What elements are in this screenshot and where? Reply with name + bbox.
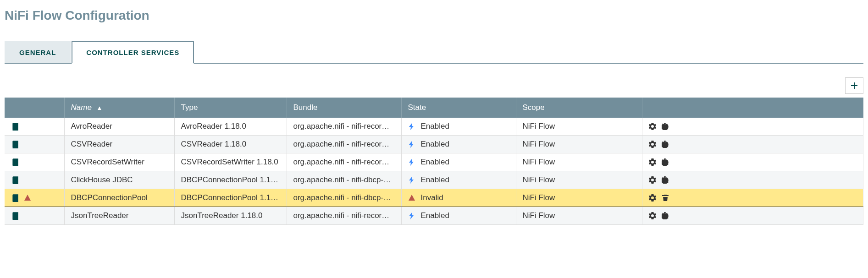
cell-actions: [642, 189, 863, 207]
disable-icon[interactable]: [662, 141, 669, 148]
book-icon[interactable]: [11, 176, 19, 184]
cell-name: CSVRecordSetWriter: [64, 153, 174, 171]
gear-icon[interactable]: [649, 123, 656, 130]
tab-general[interactable]: GENERAL: [5, 41, 71, 63]
toolbar: [5, 77, 863, 94]
cell-actions: [642, 136, 863, 153]
gear-icon[interactable]: [649, 194, 656, 202]
gear-icon[interactable]: [649, 158, 656, 166]
state-text: Enabled: [421, 122, 449, 131]
state-text: Enabled: [421, 211, 449, 220]
bolt-icon: [408, 141, 415, 148]
cell-scope: NiFi Flow: [516, 189, 642, 207]
cell-leading: [5, 136, 64, 153]
cell-scope: NiFi Flow: [516, 153, 642, 171]
cell-name: JsonTreeReader: [64, 207, 174, 225]
state-text: Enabled: [421, 175, 449, 185]
table-row[interactable]: CSVRecordSetWriterCSVRecordSetWriter 1.1…: [5, 153, 863, 171]
cell-state: Enabled: [401, 153, 516, 171]
state-text: Invalid: [421, 193, 443, 202]
page-title: NiFi Flow Configuration: [5, 8, 863, 23]
table-row[interactable]: JsonTreeReaderJsonTreeReader 1.18.0org.a…: [5, 207, 863, 225]
cell-scope: NiFi Flow: [516, 118, 642, 136]
cell-state: Enabled: [401, 207, 516, 225]
disable-icon[interactable]: [662, 123, 669, 130]
cell-name: ClickHouse JDBC: [64, 171, 174, 189]
col-header-name[interactable]: Name ▲: [64, 98, 174, 118]
cell-leading: [5, 189, 64, 207]
cell-name: AvroReader: [64, 118, 174, 136]
warning-icon: [408, 194, 415, 202]
table-header-row: Name ▲ Type Bundle State Scope: [5, 98, 863, 118]
tabs: GENERAL CONTROLLER SERVICES: [5, 41, 863, 64]
cell-leading: [5, 153, 64, 171]
cell-type: CSVReader 1.18.0: [174, 136, 287, 153]
gear-icon[interactable]: [649, 176, 656, 184]
col-header-state[interactable]: State: [401, 98, 516, 118]
gear-icon[interactable]: [649, 212, 656, 219]
col-header-scope[interactable]: Scope: [516, 98, 642, 118]
bolt-icon: [408, 158, 415, 166]
cell-scope: NiFi Flow: [516, 136, 642, 153]
cell-scope: NiFi Flow: [516, 207, 642, 225]
cell-type: DBCPConnectionPool 1.1…: [174, 189, 287, 207]
cell-bundle: org.apache.nifi - nifi-recor…: [287, 118, 401, 136]
cell-name: CSVReader: [64, 136, 174, 153]
bolt-icon: [408, 176, 415, 184]
col-header-bundle[interactable]: Bundle: [287, 98, 401, 118]
cell-bundle: org.apache.nifi - nifi-recor…: [287, 136, 401, 153]
cell-type: CSVRecordSetWriter 1.18.0: [174, 153, 287, 171]
cell-state: Enabled: [401, 171, 516, 189]
add-controller-service-button[interactable]: [845, 77, 863, 94]
table-row[interactable]: CSVReaderCSVReader 1.18.0org.apache.nifi…: [5, 136, 863, 153]
table-row[interactable]: ClickHouse JDBCDBCPConnectionPool 1.1…or…: [5, 171, 863, 189]
cell-actions: [642, 153, 863, 171]
book-icon[interactable]: [11, 158, 19, 166]
cell-state: Enabled: [401, 136, 516, 153]
disable-icon[interactable]: [662, 158, 669, 166]
cell-leading: [5, 118, 64, 136]
book-icon[interactable]: [11, 140, 19, 148]
col-header-type[interactable]: Type: [174, 98, 287, 118]
plus-icon: [850, 81, 859, 90]
bolt-icon: [408, 212, 415, 219]
gear-icon[interactable]: [649, 141, 656, 148]
disable-icon[interactable]: [662, 212, 669, 219]
cell-bundle: org.apache.nifi - nifi-recor…: [287, 153, 401, 171]
cell-scope: NiFi Flow: [516, 171, 642, 189]
trash-icon[interactable]: [662, 194, 669, 202]
col-header-label: Name: [71, 103, 92, 112]
col-header-leading[interactable]: [5, 98, 64, 118]
cell-actions: [642, 207, 863, 225]
cell-actions: [642, 118, 863, 136]
bolt-icon: [408, 123, 415, 130]
cell-state: Enabled: [401, 118, 516, 136]
cell-bundle: org.apache.nifi - nifi-dbcp-…: [287, 189, 401, 207]
state-text: Enabled: [421, 140, 449, 149]
state-text: Enabled: [421, 158, 449, 167]
cell-actions: [642, 171, 863, 189]
book-icon[interactable]: [11, 212, 19, 220]
warning-icon[interactable]: [24, 194, 31, 202]
sort-asc-icon: ▲: [97, 104, 103, 111]
cell-leading: [5, 207, 64, 225]
disable-icon[interactable]: [662, 176, 669, 184]
book-icon[interactable]: [11, 194, 19, 202]
cell-leading: [5, 171, 64, 189]
cell-type: JsonTreeReader 1.18.0: [174, 207, 287, 225]
cell-bundle: org.apache.nifi - nifi-dbcp-…: [287, 171, 401, 189]
book-icon[interactable]: [11, 122, 19, 131]
tab-controller-services[interactable]: CONTROLLER SERVICES: [72, 41, 194, 64]
cell-state: Invalid: [401, 189, 516, 207]
cell-bundle: org.apache.nifi - nifi-recor…: [287, 207, 401, 225]
col-header-actions: [642, 98, 863, 118]
table-row[interactable]: AvroReaderAvroReader 1.18.0org.apache.ni…: [5, 118, 863, 136]
controller-services-table: Name ▲ Type Bundle State Scope AvroReade…: [5, 98, 863, 225]
table-row[interactable]: DBCPConnectionPoolDBCPConnectionPool 1.1…: [5, 189, 863, 207]
cell-type: DBCPConnectionPool 1.1…: [174, 171, 287, 189]
cell-name: DBCPConnectionPool: [64, 189, 174, 207]
cell-type: AvroReader 1.18.0: [174, 118, 287, 136]
